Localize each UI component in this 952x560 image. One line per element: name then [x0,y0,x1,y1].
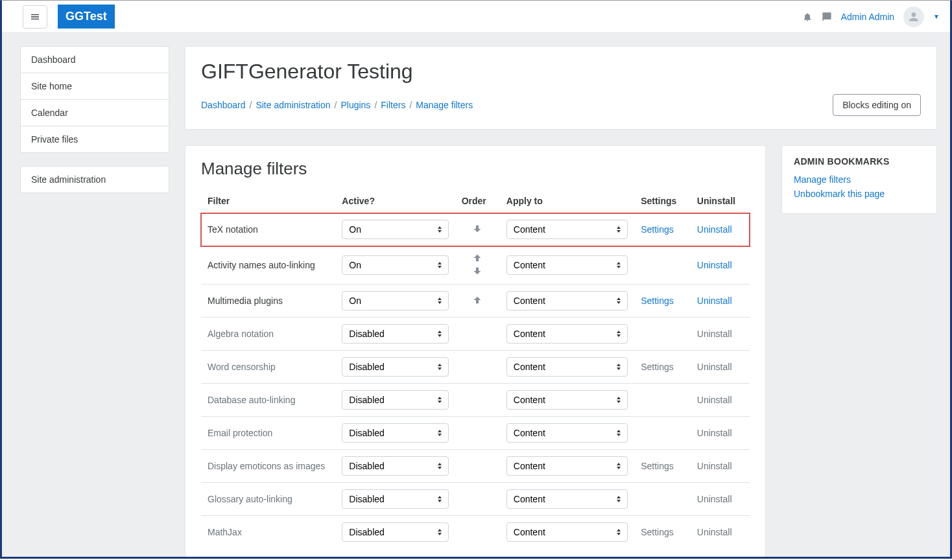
sidebar-item-dashboard[interactable]: Dashboard [21,47,169,73]
active-select[interactable]: Disabled [342,357,448,377]
col-header-uninstall: Uninstall [691,189,750,213]
breadcrumb-plugins[interactable]: Plugins [340,100,370,110]
filter-name: Activity names auto-linking [201,246,335,285]
messages-icon[interactable] [822,12,832,22]
bookmarks-title: ADMIN BOOKMARKS [794,156,925,167]
breadcrumb: Dashboard/Site administration/Plugins/Fi… [201,100,473,110]
apply-to-select[interactable]: Content [506,489,628,509]
sidebar-item-calendar[interactable]: Calendar [21,100,169,126]
bookmark-link[interactable]: Manage filters [794,174,925,185]
breadcrumb-dashboard[interactable]: Dashboard [201,100,246,110]
breadcrumb-manage-filters[interactable]: Manage filters [416,100,473,110]
filter-row: Display emoticons as imagesDisabledConte… [201,450,750,483]
uninstall-text: Uninstall [697,527,732,537]
apply-to-select[interactable]: Content [506,390,628,410]
apply-to-select[interactable]: Content [506,357,628,377]
apply-to-select[interactable]: Content [506,220,628,239]
breadcrumb-separator: / [374,100,377,110]
uninstall-text: Uninstall [697,428,732,438]
col-header-settings: Settings [634,189,691,213]
move-down-icon[interactable] [472,224,482,235]
uninstall-text: Uninstall [697,362,732,372]
filter-row: TeX notationOnContentSettingsUninstall [201,213,750,246]
settings-link[interactable]: Settings [641,224,674,235]
filter-name: Display emoticons as images [201,450,335,483]
uninstall-link[interactable]: Uninstall [697,224,732,235]
notifications-icon[interactable] [802,12,813,22]
user-menu-link[interactable]: Admin Admin [841,12,894,22]
filter-name: Glossary auto-linking [201,483,335,516]
active-select[interactable]: On [342,255,448,275]
menu-toggle-button[interactable] [23,5,47,29]
sidebar: DashboardSite homeCalendarPrivate files … [20,46,169,206]
uninstall-text: Uninstall [697,461,732,471]
apply-to-select[interactable]: Content [506,456,628,476]
apply-to-select[interactable]: Content [506,291,628,310]
filter-name: MathJax [201,516,335,549]
filter-row: Multimedia pluginsOnContentSettingsUnins… [201,285,750,318]
filters-table: Filter Active? Order Apply to Settings U… [201,189,750,548]
breadcrumb-site-administration[interactable]: Site administration [256,100,330,110]
sidebar-item-private-files[interactable]: Private files [21,126,169,152]
caret-down-icon[interactable]: ▼ [933,13,940,20]
col-header-apply: Apply to [500,189,634,213]
settings-text: Settings [641,461,674,471]
breadcrumb-separator: / [335,100,337,110]
breadcrumb-separator: / [250,100,252,110]
hamburger-icon [30,12,40,22]
apply-to-select[interactable]: Content [506,423,628,443]
filter-name: Word censorship [201,351,335,384]
filter-name: Email protection [201,417,335,450]
page-title: GIFTGenerator Testing [201,60,921,84]
apply-to-select[interactable]: Content [506,255,628,275]
settings-text: Settings [641,362,674,372]
uninstall-link[interactable]: Uninstall [697,260,732,270]
active-select[interactable]: Disabled [342,522,448,542]
uninstall-text: Uninstall [697,329,732,339]
breadcrumb-separator: / [409,100,412,110]
sidebar-item-site-home[interactable]: Site home [21,73,169,100]
breadcrumb-filters[interactable]: Filters [381,100,405,110]
active-select[interactable]: On [342,220,448,239]
active-select[interactable]: Disabled [342,324,448,344]
settings-link[interactable]: Settings [641,296,674,306]
filter-row: Database auto-linkingDisabledContentUnin… [201,384,750,417]
filter-row: Activity names auto-linkingOnContentUnin… [201,246,750,285]
brand-link[interactable]: GGTest [58,5,115,29]
apply-to-select[interactable]: Content [506,522,628,542]
active-select[interactable]: Disabled [342,489,448,509]
active-select[interactable]: Disabled [342,423,448,443]
filter-row: Word censorshipDisabledContentSettingsUn… [201,351,750,384]
apply-to-select[interactable]: Content [506,324,628,344]
move-up-icon[interactable] [472,295,482,307]
sidebar-item-site-administration[interactable]: Site administration [21,167,169,192]
page-scroll[interactable]: GGTest Admin Admin ▼ DashboardSite homeC… [2,1,950,557]
section-title: Manage filters [201,159,750,179]
filter-name: Database auto-linking [201,384,335,417]
col-header-active: Active? [335,189,455,213]
col-header-filter: Filter [201,189,335,213]
settings-text: Settings [641,527,674,537]
page-header: GIFTGenerator Testing Dashboard/Site adm… [185,46,937,130]
col-header-order: Order [455,189,500,213]
avatar[interactable] [903,6,924,27]
active-select[interactable]: Disabled [342,390,448,410]
move-down-icon[interactable] [472,266,482,277]
admin-bookmarks-block: ADMIN BOOKMARKS Manage filtersUnbookmark… [781,145,937,214]
manage-filters-card: Manage filters Filter Active? Order Appl… [185,145,766,557]
filter-row: Glossary auto-linkingDisabledContentUnin… [201,483,750,516]
filter-row: Algebra notationDisabledContentUninstall [201,318,750,351]
filter-name: Multimedia plugins [201,285,335,318]
uninstall-link[interactable]: Uninstall [697,296,732,306]
uninstall-text: Uninstall [697,395,732,405]
active-select[interactable]: Disabled [342,456,448,476]
filter-name: Algebra notation [201,318,335,351]
filter-name: TeX notation [201,213,335,246]
bookmark-link[interactable]: Unbookmark this page [794,189,925,199]
move-up-icon[interactable] [472,253,482,264]
filter-row: Email protectionDisabledContentUninstall [201,417,750,450]
active-select[interactable]: On [342,291,448,310]
uninstall-text: Uninstall [697,494,732,504]
blocks-editing-button[interactable]: Blocks editing on [833,94,921,116]
filter-row: MathJaxDisabledContentSettingsUninstall [201,516,750,549]
